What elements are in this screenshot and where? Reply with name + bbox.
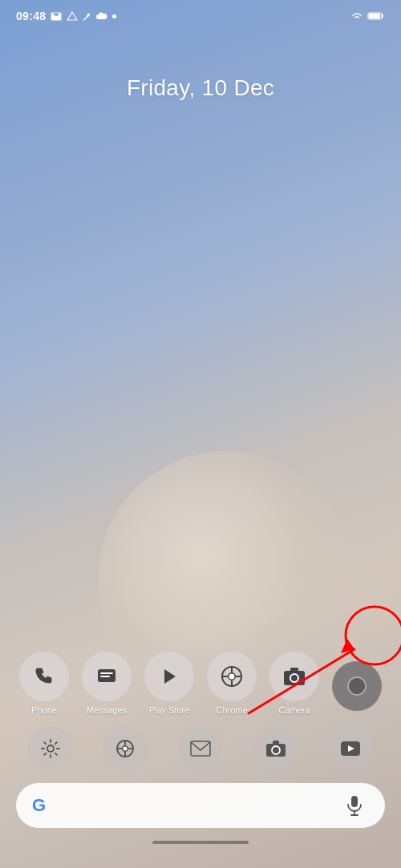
second-row (0, 718, 401, 777)
gmail-icon-circle (178, 726, 222, 770)
svg-rect-26 (191, 741, 210, 756)
svg-marker-6 (164, 669, 176, 684)
home-indicator (0, 841, 401, 852)
status-time: 09:48 (16, 10, 46, 22)
dock-row: Phone Messages Play S (0, 644, 401, 718)
app-play-store[interactable]: Play Store (144, 652, 194, 715)
status-right (350, 11, 385, 21)
app-night-mode[interactable] (332, 661, 382, 715)
camera2-icon-circle (253, 726, 298, 770)
messages-icon-circle (82, 652, 132, 701)
svg-rect-29 (273, 741, 279, 745)
battery-icon (367, 11, 385, 21)
camera-icon (282, 665, 306, 688)
mic-button[interactable] (340, 791, 369, 820)
chrome-icon-circle (207, 652, 257, 701)
wrench-status-icon (83, 12, 91, 21)
bottom-area: Phone Messages Play S (0, 644, 401, 868)
cloud-status-icon (96, 12, 107, 20)
messages-label: Messages (87, 705, 127, 715)
phone-icon (33, 665, 55, 688)
messages-icon (95, 665, 118, 688)
gmail-status-icon (51, 12, 62, 21)
chrome-label: Chrome (216, 705, 247, 715)
gmail-icon (190, 741, 211, 757)
app-youtube[interactable] (329, 726, 373, 770)
app-camera[interactable]: Camera (269, 652, 319, 715)
svg-rect-16 (290, 668, 298, 672)
wifi-icon (350, 11, 363, 21)
camera-icon-circle (269, 652, 319, 701)
status-bar: 09:48 (0, 0, 401, 27)
date-text: Friday, 10 Dec (127, 75, 274, 101)
play-store-icon-circle (144, 652, 194, 701)
status-left: 09:48 (16, 10, 116, 22)
camera2-icon (265, 739, 286, 758)
search-bar[interactable]: G (16, 783, 385, 828)
app-chrome[interactable]: Chrome (207, 652, 257, 715)
play-store-icon (158, 665, 180, 688)
app-camera2[interactable] (253, 726, 298, 770)
svg-point-9 (229, 674, 235, 680)
mic-icon (346, 795, 363, 816)
app-chromium[interactable] (103, 726, 148, 770)
svg-point-17 (348, 677, 366, 695)
chrome-icon (220, 664, 244, 688)
dot-status-icon (112, 14, 116, 18)
app-phone[interactable]: Phone (19, 652, 69, 715)
camera-label: Camera (278, 705, 310, 715)
svg-marker-1 (67, 12, 77, 20)
play-store-label: Play Store (149, 705, 190, 715)
settings-icon (40, 738, 61, 759)
chromium-icon (115, 738, 136, 759)
svg-point-2 (112, 14, 116, 18)
svg-rect-5 (98, 669, 115, 682)
youtube-icon-circle (329, 726, 373, 770)
app-messages[interactable]: Messages (82, 652, 132, 715)
svg-point-18 (47, 745, 54, 752)
svg-rect-14 (284, 671, 305, 685)
svg-rect-32 (351, 796, 358, 807)
svg-rect-4 (369, 14, 380, 18)
night-mode-icon-circle (332, 661, 382, 711)
google-g-logo: G (32, 795, 46, 816)
night-mode-icon (346, 676, 367, 696)
home-bar (152, 841, 249, 844)
chromium-icon-circle (103, 726, 148, 770)
phone-label: Phone (31, 705, 57, 715)
svg-point-21 (124, 746, 128, 750)
app-gmail[interactable] (178, 726, 222, 770)
date-section: Friday, 10 Dec (0, 27, 401, 644)
settings-icon-circle (28, 726, 72, 770)
youtube-icon (340, 741, 361, 757)
app-settings[interactable] (28, 726, 72, 770)
drive-status-icon (67, 11, 78, 21)
phone-icon-circle (19, 652, 69, 701)
